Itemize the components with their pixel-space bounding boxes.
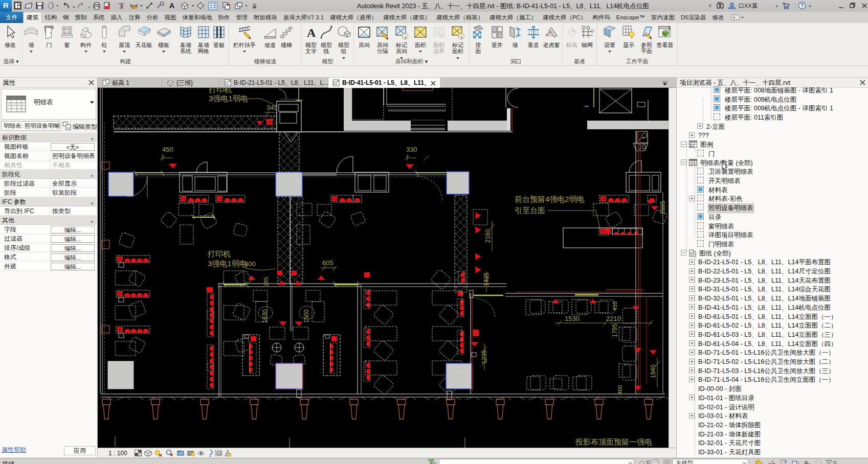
- svg-text:1630: 1630: [261, 309, 269, 323]
- svg-text:引至台面: 引至台面: [515, 206, 545, 215]
- svg-text:400: 400: [617, 385, 623, 395]
- svg-text:1500: 1500: [303, 309, 310, 323]
- svg-text:?: ?: [800, 3, 804, 9]
- svg-text:TO: TO: [118, 292, 123, 296]
- svg-text:330: 330: [406, 146, 417, 153]
- svg-text:1: 1: [404, 35, 407, 39]
- svg-text:2210: 2210: [606, 315, 621, 322]
- svg-text:TO: TO: [602, 197, 607, 201]
- svg-text:TO: TO: [218, 197, 223, 201]
- svg-text:1530: 1530: [565, 315, 580, 322]
- svg-text:前台预留4强电2弱电: 前台预留4强电2弱电: [515, 195, 585, 203]
- svg-text:A: A: [169, 2, 174, 10]
- svg-text:打印机: 打印机: [208, 88, 232, 94]
- svg-text:410: 410: [612, 301, 618, 311]
- svg-text:口XX翼: 口XX翼: [739, 3, 758, 9]
- svg-text::0: :0: [832, 460, 837, 464]
- svg-text:TO: TO: [268, 120, 273, 125]
- svg-text:3强电1弱电: 3强电1弱电: [208, 259, 247, 268]
- svg-text:TO: TO: [118, 258, 123, 261]
- svg-text:打印机: 打印机: [207, 249, 231, 258]
- svg-text:1: 1: [460, 35, 463, 39]
- svg-text:投影布顶面预留一强电: 投影布顶面预留一强电: [575, 437, 652, 446]
- svg-text:345: 345: [266, 104, 278, 111]
- svg-text:TO: TO: [333, 197, 338, 201]
- svg-text:1: 1: [162, 3, 163, 6]
- svg-text::0: :0: [646, 460, 650, 464]
- svg-text:TO: TO: [118, 328, 123, 332]
- svg-text:295: 295: [263, 277, 269, 286]
- svg-text:605: 605: [322, 259, 333, 267]
- svg-text:450: 450: [162, 146, 173, 153]
- svg-text:TO: TO: [182, 197, 187, 201]
- svg-text:2160: 2160: [484, 229, 492, 243]
- svg-text:3强电1弱电: 3强电1弱电: [209, 94, 248, 103]
- svg-text:400: 400: [244, 260, 256, 268]
- svg-text:1940: 1940: [650, 364, 657, 378]
- svg-text:1795: 1795: [611, 323, 618, 337]
